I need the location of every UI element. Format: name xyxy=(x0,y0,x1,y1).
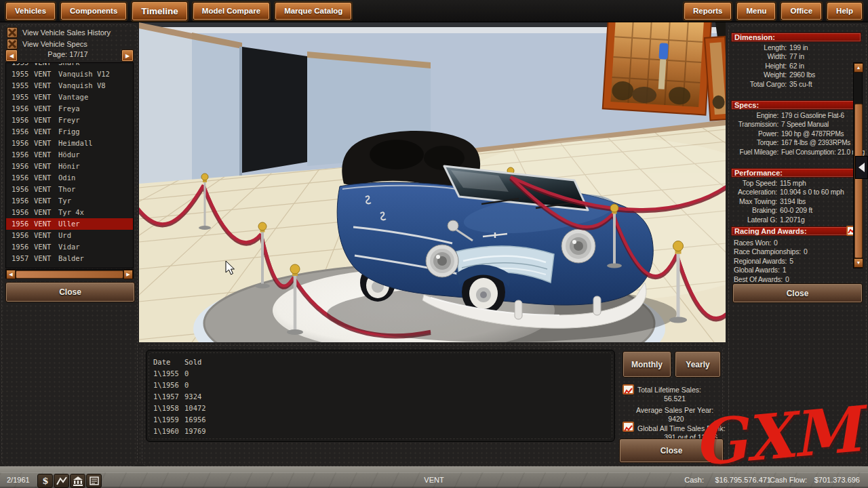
rank-chart-icon[interactable] xyxy=(623,422,634,432)
spec-row: Weight:2960 lbs xyxy=(731,70,863,79)
vehicle-make: VENT xyxy=(34,80,58,92)
option-view-sales-history[interactable]: View Vehicle Sales History xyxy=(7,27,111,38)
vscroll-thumb[interactable] xyxy=(854,104,863,258)
top-button-components[interactable]: Components xyxy=(60,2,127,20)
vehicle-list-hscrollbar[interactable]: ◀ ▶ xyxy=(5,269,134,279)
bottom-close-button[interactable]: Close xyxy=(619,439,724,463)
table-row: 1\1957 9324 xyxy=(146,391,614,403)
page-label: Page: 17/17 xyxy=(20,50,115,58)
spec-row: Transmission:7 Speed Manual xyxy=(731,120,863,129)
vehicle-make: VENT xyxy=(34,207,58,218)
showroom-scene xyxy=(139,22,726,342)
award-row: Race Championships:0 xyxy=(731,247,863,256)
left-wall xyxy=(139,26,192,193)
sold-cell: 0 xyxy=(184,380,614,391)
vehicle-year: 1956 xyxy=(12,103,34,115)
checkbox-x-icon[interactable] xyxy=(7,39,18,49)
toolbar-left-group: Vehicles Components Timeline Model Compa… xyxy=(5,1,352,21)
vehicle-year: 1955 xyxy=(12,80,34,92)
vehicle-row[interactable]: 1956 VENT Hönir xyxy=(6,161,133,172)
average-sales-label: Average Sales Per Year: xyxy=(636,406,713,414)
vehicle-row[interactable]: 1956 VENT Heimdall xyxy=(6,138,133,149)
spec-row: Fuel Mileage:Fuel Consumption: 21.0 mpg xyxy=(731,148,863,157)
vehicle-panel-close-button[interactable]: Close xyxy=(5,282,135,302)
vehicle-row[interactable]: 1955 VENT Shark xyxy=(6,62,133,68)
top-button-timeline[interactable]: Timeline xyxy=(132,1,188,21)
scroll-up-arrow[interactable]: ▲ xyxy=(854,63,863,73)
date-cell: 1\1958 xyxy=(153,403,184,414)
table-row: 1\1958 10472 xyxy=(146,403,614,414)
sold-cell: 19769 xyxy=(184,426,614,437)
vehicle-year: 1956 xyxy=(12,230,34,241)
vehicle-model: Odin xyxy=(58,172,133,184)
vehicle-row[interactable]: 1956 VENT Vidar xyxy=(6,241,133,253)
vehicle-year: 1956 xyxy=(12,241,34,253)
vehicle-make: VENT xyxy=(34,138,58,149)
vehicle-row[interactable]: 1956 VENT Tyr 4x xyxy=(6,207,133,218)
spec-row: Power:190 hp @ 4787RPMs xyxy=(731,129,863,138)
yearly-button[interactable]: Yearly xyxy=(675,351,721,378)
vehicle-row[interactable]: 1956 VENT Hödur xyxy=(6,149,133,161)
spec-row: Width:77 in xyxy=(731,52,863,61)
vehicle-model: Balder xyxy=(58,253,133,264)
scroll-down-arrow[interactable]: ▼ xyxy=(854,258,863,268)
vehicle-row[interactable]: 1957 VENT Balder xyxy=(6,253,133,264)
scroll-right-arrow[interactable]: ▶ xyxy=(123,270,133,279)
vehicle-row[interactable]: 1956 VENT Urd xyxy=(6,230,133,241)
vehicle-row[interactable]: 1956 VENT Thor xyxy=(6,184,133,195)
vehicle-row[interactable]: 1955 VENT Vanquish V12 xyxy=(6,68,133,80)
top-button-help[interactable]: Help xyxy=(827,2,863,20)
vehicle-row[interactable]: 1956 VENT Tyr xyxy=(6,195,133,207)
vehicle-row[interactable]: 1956 VENT Frigg xyxy=(6,126,133,138)
page-prev-button[interactable]: ◀ xyxy=(5,49,18,62)
top-button-vehicles[interactable]: Vehicles xyxy=(5,2,56,20)
lifetime-sales-value: 56.521 xyxy=(637,394,712,403)
vehicle-make: VENT xyxy=(34,230,58,241)
vehicle-make: VENT xyxy=(34,241,58,253)
vehicle-model: Tyr 4x xyxy=(58,207,133,218)
option-view-specs[interactable]: View Vehicle Specs xyxy=(7,39,87,49)
checkbox-x-icon[interactable] xyxy=(7,27,18,38)
sales-table: Date Sold 1\1955 0 1\1956 0 1\1957 9324 … xyxy=(146,350,615,442)
gearcity-screen: Vehicles Components Timeline Model Compa… xyxy=(0,0,868,488)
monthly-button[interactable]: Monthly xyxy=(623,351,671,378)
top-button-office[interactable]: Office xyxy=(781,2,822,20)
showroom-viewport[interactable] xyxy=(139,22,726,342)
vehicle-make: VENT xyxy=(34,126,58,138)
page-next-button[interactable]: ▶ xyxy=(121,49,134,62)
spec-row: Max Towing:3194 lbs xyxy=(731,197,863,206)
option-label: View Vehicle Sales History xyxy=(22,28,111,37)
award-row: Global Awards:1 xyxy=(731,266,863,274)
hscroll-thumb[interactable] xyxy=(16,270,123,279)
right-panel-close-button[interactable]: Close xyxy=(732,283,863,303)
vehicle-row[interactable]: 1956 VENT Odin xyxy=(6,172,133,184)
vehicle-row[interactable]: 1955 VENT Vanquish V8 xyxy=(6,80,133,92)
top-button-model-compare[interactable]: Model Compare xyxy=(193,2,270,20)
sold-cell: 16956 xyxy=(184,414,614,426)
vehicle-row[interactable]: 1955 VENT Vantage xyxy=(6,92,133,103)
scroll-left-arrow[interactable]: ◀ xyxy=(6,270,16,279)
spec-row: Total Cargo:35 cu-ft xyxy=(731,80,863,89)
option-label: View Vehicle Specs xyxy=(22,40,87,48)
lifetime-sales-chart-icon[interactable] xyxy=(623,384,634,394)
date-cell: 1\1960 xyxy=(153,426,184,437)
vehicle-row[interactable]: 1956 VENT Uller xyxy=(6,218,133,230)
top-button-menu[interactable]: Menu xyxy=(736,2,776,20)
vehicle-model: Vanquish V12 xyxy=(58,68,133,80)
panel-collapse-arrow[interactable] xyxy=(855,156,868,179)
vehicle-make: VENT xyxy=(34,253,58,264)
vehicle-model: Vidar xyxy=(58,241,133,253)
vehicle-model: Heimdall xyxy=(58,138,133,149)
dimension-rows: Length:199 in Width:77 in Height:62 in W… xyxy=(731,43,863,89)
spec-row: Acceleration:10.904 s 0 to 60 mph xyxy=(731,188,863,197)
vehicle-make: VENT xyxy=(34,62,58,68)
vehicle-row[interactable]: 1956 VENT Freyr xyxy=(6,115,133,126)
lifetime-sales-label: Total Lifetime Sales: xyxy=(637,386,701,394)
vehicle-row[interactable]: 1956 VENT Freya xyxy=(6,103,133,115)
award-row: Regional Awards:5 xyxy=(731,257,863,266)
top-button-marque-catalog[interactable]: Marque Catalog xyxy=(275,2,352,20)
vehicle-list[interactable]: 1955 VENT Shark 1955 VENT Vanquish V12 1… xyxy=(5,62,134,268)
table-row: 1\1955 0 xyxy=(146,368,614,380)
vehicle-year: 1956 xyxy=(12,115,34,126)
top-button-reports[interactable]: Reports xyxy=(684,2,732,20)
